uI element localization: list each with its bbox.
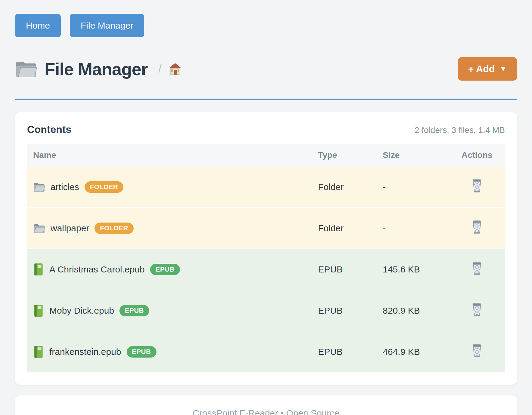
contents-heading: Contents	[27, 124, 71, 135]
row-badge: EPUB	[127, 346, 156, 358]
footer-text: CrossPoint E-Reader • Open Source	[193, 408, 339, 415]
breadcrumb: /	[159, 63, 162, 75]
row-type: EPUB	[312, 248, 377, 290]
home-button[interactable]: Home	[15, 14, 61, 37]
row-size: -	[377, 207, 449, 248]
folder-icon	[33, 223, 45, 233]
column-header-type: Type	[312, 144, 377, 167]
table-row[interactable]: frankenstein.epub EPUB EPUB 464.9 KB	[27, 331, 505, 372]
row-icon-slot	[33, 345, 44, 358]
trash-icon	[471, 343, 483, 358]
row-name: A Christmas Carol.epub	[49, 264, 145, 275]
folder-icon	[33, 182, 45, 192]
row-type: Folder	[312, 167, 377, 207]
row-size: -	[377, 167, 449, 207]
delete-button[interactable]	[471, 302, 483, 317]
delete-button[interactable]	[471, 179, 483, 193]
delete-button[interactable]	[471, 220, 483, 234]
column-header-size: Size	[377, 144, 449, 167]
footer: CrossPoint E-Reader • Open Source	[15, 395, 517, 415]
caret-down-icon: ▼	[500, 65, 507, 73]
row-size: 464.9 KB	[377, 331, 449, 372]
row-icon-slot	[33, 263, 44, 276]
open-folder-icon	[15, 60, 38, 78]
row-name: Moby Dick.epub	[49, 306, 114, 316]
table-body: articles FOLDER Folder -	[27, 167, 505, 372]
contents-card: Contents 2 folders, 3 files, 1.4 MB Name…	[15, 112, 517, 385]
trash-icon	[471, 220, 483, 234]
column-header-name: Name	[27, 144, 312, 167]
house-icon[interactable]	[168, 63, 182, 75]
delete-button[interactable]	[471, 343, 483, 358]
row-type: Folder	[312, 207, 377, 248]
book-icon	[33, 345, 44, 358]
title-row: File Manager / + Add ▼	[15, 57, 517, 81]
row-size: 145.6 KB	[377, 248, 449, 290]
row-badge: FOLDER	[94, 223, 133, 234]
row-badge: EPUB	[119, 305, 149, 316]
row-name: articles	[51, 182, 79, 192]
title-divider	[15, 99, 517, 100]
row-icon-slot	[33, 304, 44, 317]
row-badge: EPUB	[150, 264, 180, 275]
row-badge: FOLDER	[85, 181, 123, 193]
row-icon-slot	[33, 182, 45, 192]
add-button-label: + Add	[468, 63, 495, 75]
contents-summary: 2 folders, 3 files, 1.4 MB	[415, 125, 505, 135]
table-row[interactable]: articles FOLDER Folder -	[27, 167, 505, 207]
trash-icon	[471, 261, 483, 275]
page-title: File Manager	[45, 59, 148, 79]
row-icon-slot	[33, 223, 45, 233]
row-type: EPUB	[312, 290, 377, 331]
row-size: 820.9 KB	[377, 290, 449, 331]
page: Home File Manager File Manager /	[0, 0, 532, 415]
table-row[interactable]: wallpaper FOLDER Folder -	[27, 207, 505, 248]
column-header-actions: Actions	[449, 144, 505, 167]
book-icon	[33, 263, 44, 276]
delete-button[interactable]	[471, 261, 483, 275]
book-icon	[33, 304, 44, 317]
trash-icon	[471, 179, 483, 193]
trash-icon	[471, 302, 483, 317]
row-name: wallpaper	[51, 223, 89, 233]
row-name: frankenstein.epub	[49, 347, 121, 357]
file-table: Name Type Size Actions articles FOLDER F…	[27, 144, 505, 372]
top-nav: Home File Manager	[15, 14, 517, 37]
row-type: EPUB	[312, 331, 377, 372]
add-button[interactable]: + Add ▼	[458, 57, 517, 81]
table-row[interactable]: A Christmas Carol.epub EPUB EPUB 145.6 K…	[27, 248, 505, 290]
table-header-row: Name Type Size Actions	[27, 144, 505, 167]
table-row[interactable]: Moby Dick.epub EPUB EPUB 820.9 KB	[27, 290, 505, 331]
file-manager-button[interactable]: File Manager	[70, 14, 144, 37]
